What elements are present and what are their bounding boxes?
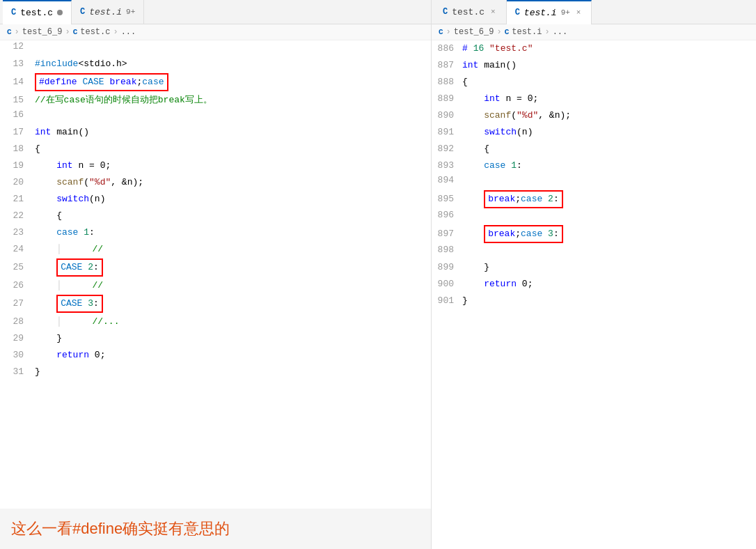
left-breadcrumb: C › test_6_9 › C test.c › ... xyxy=(0,24,431,40)
code-line-14: 14 #define CASE break;case xyxy=(0,72,431,92)
breadcrumb-c-icon-right: C xyxy=(439,28,443,36)
left-tab-bar: C test.c C test.i 9+ xyxy=(0,0,431,24)
code-line-25: 25 CASE 2: xyxy=(0,258,431,277)
case3-box: CASE 3: xyxy=(56,295,103,313)
right-panel: C test.c × C test.i 9+ × C › test_6_9 › … xyxy=(432,0,756,549)
code-line-23: 23 case 1: xyxy=(0,224,431,241)
code-line-13: 13 #include<stdio.h> xyxy=(0,56,431,72)
breadcrumb-c-icon-left: C xyxy=(7,28,12,36)
code-line-12: 12 xyxy=(0,40,431,56)
right-tab-bar: C test.c × C test.i 9+ × xyxy=(432,0,756,24)
close-test-i-right[interactable]: × xyxy=(574,8,583,17)
breadcrumb-c-icon2-left: C xyxy=(73,28,78,36)
define-box: #define CASE break;case xyxy=(35,73,168,91)
code-line-18: 18 { xyxy=(0,141,431,157)
c-file-icon-i-left: C xyxy=(80,7,85,17)
right-code-area: 886 # 16 "test.c" 887 int main() 888 { 8… xyxy=(432,40,756,549)
right-case2-box: break;case 2: xyxy=(484,190,562,208)
tab-test-c-right[interactable]: C test.c × xyxy=(434,0,507,24)
code-line-17: 17 int main() xyxy=(0,124,431,141)
breadcrumb-c-icon2-right: C xyxy=(505,28,510,36)
code-line-31: 31 } xyxy=(0,364,431,380)
right-code-line-900: 900 return 0; xyxy=(432,276,756,293)
code-line-21: 21 switch(n) xyxy=(0,191,431,208)
c-file-icon-right: C xyxy=(443,7,448,17)
code-line-15: 15 //在写case语句的时候自动把break写上。 xyxy=(0,92,431,109)
right-code-line-891: 891 switch(n) xyxy=(432,124,756,141)
tab-test-i-right[interactable]: C test.i 9+ × xyxy=(507,0,592,24)
tab-test-i-left[interactable]: C test.i 9+ xyxy=(72,0,144,24)
right-code-line-901: 901 } xyxy=(432,293,756,309)
right-code-line-899: 899 } xyxy=(432,259,756,276)
left-panel: C test.c C test.i 9+ C › test_6_9 › C te… xyxy=(0,0,432,549)
right-breadcrumb: C › test_6_9 › C test.i › ... xyxy=(432,24,756,40)
right-code-line-890: 890 scanf("%d", &n); xyxy=(432,107,756,124)
right-code-line-898: 898 xyxy=(432,244,756,259)
c-file-icon-i-right: C xyxy=(515,8,520,17)
right-code-line-896: 896 xyxy=(432,209,756,224)
right-code-line-888: 888 { xyxy=(432,74,756,91)
tab-label-test-c-right: test.c xyxy=(452,7,485,17)
tab-badge-left: 9+ xyxy=(126,8,135,16)
tab-badge-right: 9+ xyxy=(561,8,570,17)
code-line-29: 29 } xyxy=(0,330,431,347)
right-case3-box: break;case 3: xyxy=(484,225,562,243)
right-code-line-897: 897 break;case 3: xyxy=(432,224,756,244)
bottom-annotation: 这么一看#define确实挺有意思的 xyxy=(0,509,431,549)
tab-label-test-i-right: test.i xyxy=(524,8,557,18)
code-line-30: 30 return 0; xyxy=(0,347,431,364)
left-code-area: 12 13 #include<stdio.h> 14 #define CASE … xyxy=(0,40,431,509)
code-line-27: 27 CASE 3: xyxy=(0,294,431,314)
code-line-24: 24 │ // xyxy=(0,241,431,258)
right-code-line-894: 894 xyxy=(432,174,756,190)
code-line-28: 28 │ //... xyxy=(0,314,431,330)
code-line-19: 19 int n = 0; xyxy=(0,157,431,174)
tab-label-test-i-left: test.i xyxy=(89,7,122,17)
c-file-icon-left: C xyxy=(11,8,16,17)
tab-label-test-c-left: test.c xyxy=(20,8,53,18)
tab-test-c-left[interactable]: C test.c xyxy=(3,0,72,24)
code-line-26: 26 │ // xyxy=(0,277,431,294)
code-line-20: 20 scanf("%d", &n); xyxy=(0,174,431,191)
code-line-22: 22 { xyxy=(0,208,431,224)
right-code-line-892: 892 { xyxy=(432,141,756,157)
unsaved-dot-left xyxy=(57,10,63,15)
right-code-line-893: 893 case 1: xyxy=(432,157,756,174)
case2-box: CASE 2: xyxy=(56,258,103,277)
code-line-16: 16 xyxy=(0,109,431,124)
close-test-c-right[interactable]: × xyxy=(489,7,498,17)
right-code-line-895: 895 break;case 2: xyxy=(432,190,756,209)
right-code-line-889: 889 int n = 0; xyxy=(432,91,756,107)
right-code-line-886: 886 # 16 "test.c" xyxy=(432,40,756,57)
right-code-line-887: 887 int main() xyxy=(432,57,756,74)
